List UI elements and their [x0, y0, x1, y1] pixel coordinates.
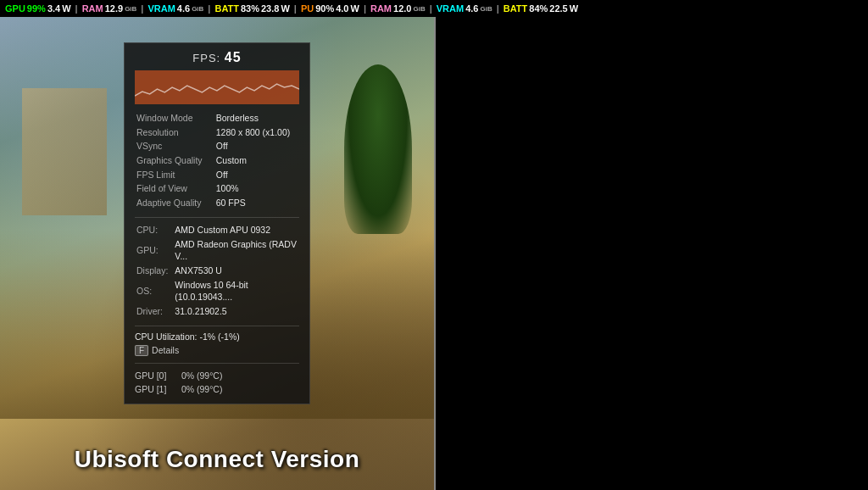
hud-ram2-seg: RAM 12.0 GiB — [370, 3, 426, 14]
left-details-key: F — [135, 345, 148, 356]
left-res-label: Resolution — [135, 125, 214, 140]
left-details-btn: F Details — [135, 345, 299, 356]
hud-batt-label: BATT — [214, 3, 239, 14]
left-cpu-util-val: -1% (-1%) — [199, 331, 239, 342]
left-os-val: Windows 10 64-bit (10.0.19043.... — [173, 278, 299, 304]
left-fps-title: FPS: 45 — [135, 50, 299, 65]
left-sysgpu-label: GPU: — [135, 237, 173, 264]
hud-pu-seg: PU 90% 4.0 W — [301, 3, 359, 14]
left-fps-svg — [135, 70, 299, 104]
hud-ram-seg: RAM 12.9 GiB — [82, 3, 137, 14]
left-adaptive-val: 60 FPS — [214, 196, 299, 210]
left-res-val: 1280 x 800 (x1.00) — [214, 125, 299, 140]
left-adaptive-label: Adaptive Quality — [135, 196, 214, 210]
left-gfx-label: Graphics Quality — [135, 153, 214, 168]
table-row: VSync Off — [135, 139, 299, 153]
hud-batt-seg: BATT 83% 23.8 W — [214, 3, 289, 14]
left-sys-table: CPU: AMD Custom APU 0932 GPU: AMD Radeon… — [135, 223, 299, 319]
left-building — [22, 88, 107, 215]
left-driver-label: Driver: — [135, 304, 173, 319]
table-row: Driver: 31.0.21902.5 — [135, 304, 299, 319]
left-cpu-util: CPU Utilization: -1% (-1%) — [135, 331, 299, 342]
hud-div7: | — [497, 3, 499, 14]
hud-batt2-val: 84% — [529, 3, 548, 14]
left-gpu1-val: 0% (99°C) — [181, 384, 223, 394]
hud-gpu-val: 99% — [27, 3, 46, 14]
table-row: OS: Windows 10 64-bit (10.0.19043.... — [135, 278, 299, 304]
hud-pu-unit: W — [350, 3, 359, 14]
hud-ram-unit: GiB — [125, 5, 136, 13]
left-divider2 — [135, 326, 299, 326]
left-gpu1-label: GPU [1] — [135, 384, 166, 394]
hud-batt2-unit: W — [570, 3, 578, 14]
hud-vram-label: VRAM — [147, 3, 175, 14]
center-divider — [434, 17, 436, 490]
left-gpu1-row: GPU [1] 0% (99°C) — [135, 382, 299, 397]
table-row: Adaptive Quality 60 FPS — [135, 196, 299, 210]
hud-batt2-power: 22.5 — [549, 3, 567, 14]
hud-vram-seg: VRAM 4.6 GiB — [147, 3, 203, 14]
left-fps-graph — [135, 70, 299, 104]
hud-vram2-seg: VRAM 4.6 GiB — [437, 3, 492, 14]
hud-div2: | — [141, 3, 143, 14]
hud-batt-power: 23.8 — [261, 3, 279, 14]
left-divider1 — [135, 217, 299, 218]
left-display-val: ANX7530 U — [173, 264, 299, 278]
left-fps-label: FPS: — [192, 52, 220, 64]
left-fpslimit-label: FPS Limit — [135, 168, 214, 182]
hud-bar: GPU 99% 3.4 W | RAM 12.9 GiB | VRAM 4.6 … — [0, 0, 868, 17]
left-fps-value: 45 — [225, 50, 242, 64]
left-gpu0-row: GPU [0] 0% (99°C) — [135, 369, 299, 383]
left-info-table: Window Mode Borderless Resolution 1280 x… — [135, 111, 299, 210]
table-row: Display: ANX7530 U — [135, 264, 299, 278]
left-fov-val: 100% — [214, 181, 299, 196]
hud-gpu-label: GPU — [5, 3, 25, 14]
table-row: Field of View 100% — [135, 181, 299, 196]
left-gfx-val: Custom — [214, 153, 299, 168]
left-wm-label: Window Mode — [135, 111, 214, 125]
hud-vram2-val: 4.6 — [465, 3, 478, 14]
hud-ram-val: 12.9 — [105, 3, 123, 14]
hud-ram2-label: RAM — [370, 3, 392, 14]
hud-div4: | — [294, 3, 297, 14]
left-divider3 — [135, 363, 299, 364]
table-row: CPU: AMD Custom APU 0932 — [135, 223, 299, 237]
left-gpu-info: GPU [0] 0% (99°C) GPU [1] 0% (99°C) — [135, 369, 299, 398]
table-row: Graphics Quality Custom — [135, 153, 299, 168]
left-cpu-util-label: CPU Utilization: — [135, 331, 198, 342]
hud-pu-label: PU — [301, 3, 314, 14]
hud-batt2-seg: BATT 84% 22.5 W — [504, 3, 578, 14]
hud-vram-unit: GiB — [192, 5, 203, 13]
left-panel: FPS: 45 Window Mode Borderless Resolutio… — [0, 17, 434, 490]
hud-batt-unit: W — [281, 3, 289, 14]
hud-ram2-unit: GiB — [413, 5, 425, 13]
hud-pu-val: 90% — [315, 3, 334, 14]
table-row: Resolution 1280 x 800 (x1.00) — [135, 125, 299, 140]
left-fov-label: Field of View — [135, 181, 214, 196]
hud-div6: | — [430, 3, 432, 14]
left-gpu0-label: GPU [0] — [135, 370, 166, 381]
hud-gpu-seg: GPU 99% 3.4 W — [5, 3, 71, 14]
left-vsync-label: VSync — [135, 139, 214, 153]
left-version-label: Ubisoft Connect Version — [0, 446, 434, 473]
hud-pu-temp: 4.0 — [336, 3, 348, 14]
left-os-label: OS: — [135, 278, 173, 304]
hud-ram2-val: 12.0 — [393, 3, 411, 14]
table-row: GPU: AMD Radeon Graphics (RADV V... — [135, 237, 299, 264]
hud-div5: | — [364, 3, 366, 14]
hud-batt2-label: BATT — [504, 3, 528, 14]
left-cpu-label: CPU: — [135, 223, 173, 237]
left-fpslimit-val: Off — [214, 168, 299, 182]
left-display-label: Display: — [135, 264, 173, 278]
hud-div1: | — [75, 3, 78, 14]
hud-vram2-label: VRAM — [437, 3, 464, 14]
hud-gpu-unit: W — [62, 3, 70, 14]
left-sysgpu-val: AMD Radeon Graphics (RADV V... — [173, 237, 299, 264]
left-wm-val: Borderless — [214, 111, 299, 125]
left-driver-val: 31.0.21902.5 — [173, 304, 299, 319]
left-details-label: Details — [152, 345, 179, 355]
main-split: FPS: 45 Window Mode Borderless Resolutio… — [0, 17, 868, 490]
hud-ram-label: RAM — [82, 3, 103, 14]
left-vsync-val: Off — [214, 139, 299, 153]
hud-div3: | — [208, 3, 210, 14]
